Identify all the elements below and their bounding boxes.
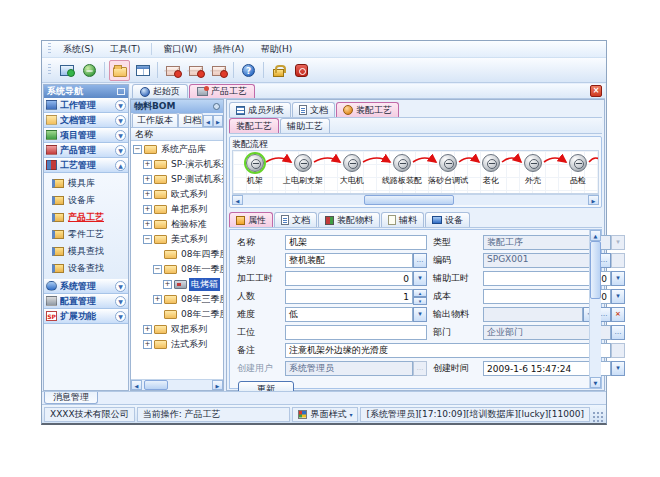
toolbar-drag-handle[interactable] (48, 64, 51, 76)
flow-node[interactable]: 品检 (546, 154, 599, 186)
message-button-2[interactable] (185, 60, 206, 81)
tab-auxiliary-material[interactable]: 辅料 (381, 212, 424, 227)
menu-help[interactable]: 帮助(H) (252, 41, 300, 58)
cost-dropdown-icon[interactable]: ▾ (611, 289, 625, 304)
system-settings-button[interactable] (56, 60, 77, 81)
ui-style-dropdown[interactable]: 界面样式▾ (292, 407, 358, 422)
network-button[interactable] (79, 60, 100, 81)
tab-attributes[interactable]: 属性 (229, 212, 273, 227)
spin-down-icon[interactable]: ▾ (413, 297, 427, 305)
work-hours-dropdown-icon[interactable]: ▾ (413, 271, 427, 286)
subtab-assembly-process[interactable]: 装配工艺 (229, 118, 279, 133)
pin-window-icon[interactable] (117, 88, 125, 95)
sidebar-item-mold-search[interactable]: 模具查找 (44, 243, 128, 260)
tree-horizontal-scrollbar[interactable]: ◀ ▶ (131, 379, 223, 390)
chevron-down-icon[interactable]: ▼ (115, 311, 126, 322)
expand-icon[interactable]: + (143, 220, 152, 229)
sidebar-item-product-process[interactable]: 产品工艺 (44, 209, 128, 226)
message-management-tab[interactable]: 消息管理 (44, 392, 98, 404)
tree-node[interactable]: +08年三季度 (131, 292, 223, 307)
message-button-3[interactable] (208, 60, 229, 81)
sidebar-item-part-process[interactable]: 零件工艺 (44, 226, 128, 243)
chevron-down-icon[interactable]: ▼ (115, 100, 126, 111)
flow-horizontal-scrollbar[interactable]: ◀ ▶ (232, 194, 599, 205)
menu-plugins[interactable]: 插件(A) (205, 41, 252, 58)
tree-column-header[interactable]: 名称 (131, 128, 223, 141)
station-field[interactable] (285, 325, 427, 340)
chevron-down-icon[interactable]: ▼ (115, 115, 126, 126)
code-extra-button[interactable] (611, 253, 625, 268)
tab-assembly-process[interactable]: 装配工艺 (336, 102, 399, 117)
tree-node[interactable]: +单把系列 (131, 202, 223, 217)
scroll-up-icon[interactable]: ▲ (590, 230, 601, 241)
work-hours-field[interactable] (285, 271, 413, 286)
pushpin-icon[interactable] (213, 103, 220, 110)
close-document-button[interactable]: × (590, 85, 602, 97)
scroll-left-icon[interactable]: ◀ (131, 380, 142, 390)
create-time-dropdown-icon[interactable]: ▾ (611, 361, 625, 376)
tree-node[interactable]: +SP-演示机系列 (131, 157, 223, 172)
difficulty-dropdown-icon[interactable]: ▾ (413, 307, 427, 322)
scrollbar-thumb[interactable] (144, 380, 168, 390)
clear-icon[interactable]: × (611, 307, 625, 322)
lock-button[interactable] (268, 60, 289, 81)
menu-system[interactable]: 系统(S) (55, 41, 102, 58)
menu-tools[interactable]: 工具(T) (102, 41, 149, 58)
chevron-up-icon[interactable]: ▲ (115, 160, 126, 171)
tab-equipment[interactable]: 设备 (425, 212, 470, 227)
tree-node[interactable]: +欧式系列 (131, 187, 223, 202)
scrollbar-thumb[interactable] (590, 241, 601, 299)
tree-node-selected[interactable]: +电烤箱 (131, 277, 223, 292)
aux-hours-dropdown-icon[interactable]: ▾ (611, 271, 625, 286)
collapse-icon[interactable]: − (133, 145, 142, 154)
tree-node[interactable]: +检验标准 (131, 217, 223, 232)
category-field[interactable]: 整机装配 (285, 253, 413, 268)
expand-icon[interactable]: + (143, 175, 152, 184)
tab-member-list[interactable]: 成员列表 (229, 102, 291, 117)
chevron-down-icon[interactable]: ▼ (115, 296, 126, 307)
subtab-auxiliary-process[interactable]: 辅助工艺 (280, 118, 330, 133)
scroll-left-icon[interactable]: ◀ (232, 195, 243, 205)
tab-documents[interactable]: 文档 (292, 102, 335, 117)
scroll-down-icon[interactable]: ▼ (590, 377, 601, 388)
tab-start-page[interactable]: 起始页 (132, 84, 188, 98)
scroll-right-icon[interactable]: ▶ (588, 195, 599, 205)
sidebar-item-mold-lib[interactable]: 模具库 (44, 175, 128, 192)
expand-icon[interactable]: + (143, 190, 152, 199)
tab-scroll-left-button[interactable]: ◀ (203, 115, 213, 127)
expand-icon[interactable]: + (153, 295, 162, 304)
menu-window[interactable]: 窗口(W) (155, 41, 205, 58)
help-button[interactable]: ? (238, 60, 259, 81)
expand-icon[interactable]: + (143, 340, 152, 349)
tree-node[interactable]: +双把系列 (131, 322, 223, 337)
tab-assembly-material[interactable]: 装配物料 (318, 212, 380, 227)
menu-drag-handle[interactable] (48, 43, 51, 55)
name-field[interactable] (285, 235, 427, 250)
sidebar-item-equip-search[interactable]: 设备查找 (44, 260, 128, 277)
tab-archive-version[interactable]: 归档版本 (178, 113, 203, 127)
exit-button[interactable] (291, 60, 312, 81)
remark-field[interactable] (285, 343, 611, 358)
open-folder-button[interactable] (109, 60, 130, 81)
people-field[interactable] (285, 289, 413, 304)
scrollbar-thumb[interactable] (364, 195, 454, 205)
category-picker-button[interactable]: … (413, 253, 427, 268)
sidebar-section-work[interactable]: 工作管理▼ (44, 98, 128, 113)
sidebar-section-system[interactable]: 系统管理▼ (44, 279, 128, 294)
chevron-down-icon[interactable]: ▼ (115, 145, 126, 156)
chevron-down-icon[interactable]: ▼ (115, 281, 126, 292)
department-picker-button[interactable]: … (611, 325, 625, 340)
sidebar-section-config[interactable]: 配置管理▼ (44, 294, 128, 309)
tab-node-documents[interactable]: 文档 (274, 212, 317, 227)
tree-node[interactable]: −08年一季度 (131, 262, 223, 277)
tree-node[interactable]: 08年二季度 (131, 307, 223, 322)
tree-node[interactable]: +SP-测试机系列 (131, 172, 223, 187)
spin-up-icon[interactable]: ▴ (413, 289, 427, 297)
scroll-right-icon[interactable]: ▶ (212, 380, 223, 390)
sidebar-section-process[interactable]: 工艺管理▲ (44, 158, 128, 173)
expand-icon[interactable]: + (143, 325, 152, 334)
sidebar-section-product[interactable]: 产品管理▼ (44, 143, 128, 158)
sidebar-section-extension[interactable]: SP扩展功能▼ (44, 309, 128, 324)
message-button-1[interactable] (162, 60, 183, 81)
expand-icon[interactable]: + (163, 280, 172, 289)
